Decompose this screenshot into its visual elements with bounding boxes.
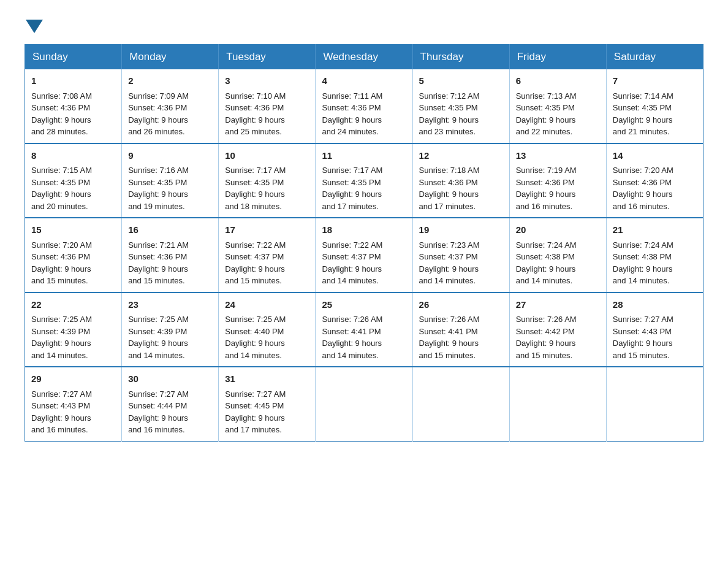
calendar-table: SundayMondayTuesdayWednesdayThursdayFrid… xyxy=(25,44,703,442)
day-number: 23 xyxy=(128,298,212,312)
logo xyxy=(25,18,44,32)
calendar-cell: 18Sunrise: 7:22 AMSunset: 4:37 PMDayligh… xyxy=(316,218,412,293)
day-number: 6 xyxy=(516,74,600,88)
day-info: Sunrise: 7:15 AMSunset: 4:35 PMDaylight:… xyxy=(31,164,115,212)
calendar-cell: 30Sunrise: 7:27 AMSunset: 4:44 PMDayligh… xyxy=(122,367,219,441)
calendar-cell: 25Sunrise: 7:26 AMSunset: 4:41 PMDayligh… xyxy=(316,293,412,367)
day-number: 20 xyxy=(516,223,600,237)
weekday-header-wednesday: Wednesday xyxy=(316,45,412,70)
day-info: Sunrise: 7:26 AMSunset: 4:41 PMDaylight:… xyxy=(322,313,406,361)
day-number: 10 xyxy=(225,149,309,163)
calendar-cell: 6Sunrise: 7:13 AMSunset: 4:35 PMDaylight… xyxy=(509,69,606,144)
day-info: Sunrise: 7:13 AMSunset: 4:35 PMDaylight:… xyxy=(516,90,600,138)
day-number: 15 xyxy=(31,223,115,237)
day-info: Sunrise: 7:19 AMSunset: 4:36 PMDaylight:… xyxy=(516,164,600,212)
day-number: 31 xyxy=(225,372,309,386)
day-number: 17 xyxy=(225,223,309,237)
day-number: 26 xyxy=(419,298,503,312)
weekday-header-saturday: Saturday xyxy=(606,45,703,70)
day-info: Sunrise: 7:26 AMSunset: 4:42 PMDaylight:… xyxy=(516,313,600,361)
day-info: Sunrise: 7:17 AMSunset: 4:35 PMDaylight:… xyxy=(225,164,309,212)
day-info: Sunrise: 7:27 AMSunset: 4:45 PMDaylight:… xyxy=(225,388,309,436)
day-number: 7 xyxy=(613,74,697,88)
calendar-cell: 7Sunrise: 7:14 AMSunset: 4:35 PMDaylight… xyxy=(606,69,703,144)
calendar-cell: 13Sunrise: 7:19 AMSunset: 4:36 PMDayligh… xyxy=(509,144,606,218)
calendar-cell xyxy=(606,367,703,441)
calendar-week-2: 8Sunrise: 7:15 AMSunset: 4:35 PMDaylight… xyxy=(25,144,703,218)
day-info: Sunrise: 7:22 AMSunset: 4:37 PMDaylight:… xyxy=(225,239,309,287)
day-info: Sunrise: 7:27 AMSunset: 4:43 PMDaylight:… xyxy=(31,388,115,436)
day-info: Sunrise: 7:11 AMSunset: 4:36 PMDaylight:… xyxy=(322,90,406,138)
day-info: Sunrise: 7:20 AMSunset: 4:36 PMDaylight:… xyxy=(613,164,697,212)
day-number: 28 xyxy=(613,298,697,312)
day-number: 8 xyxy=(31,149,115,163)
calendar-cell: 29Sunrise: 7:27 AMSunset: 4:43 PMDayligh… xyxy=(25,367,122,441)
day-number: 19 xyxy=(419,223,503,237)
calendar-week-3: 15Sunrise: 7:20 AMSunset: 4:36 PMDayligh… xyxy=(25,218,703,293)
day-number: 3 xyxy=(225,74,309,88)
calendar-cell: 28Sunrise: 7:27 AMSunset: 4:43 PMDayligh… xyxy=(606,293,703,367)
calendar-cell: 14Sunrise: 7:20 AMSunset: 4:36 PMDayligh… xyxy=(606,144,703,218)
day-info: Sunrise: 7:17 AMSunset: 4:35 PMDaylight:… xyxy=(322,164,406,212)
calendar-cell: 31Sunrise: 7:27 AMSunset: 4:45 PMDayligh… xyxy=(219,367,316,441)
logo-triangle-icon xyxy=(26,20,43,33)
day-number: 9 xyxy=(128,149,212,163)
calendar-cell: 10Sunrise: 7:17 AMSunset: 4:35 PMDayligh… xyxy=(219,144,316,218)
calendar-cell: 16Sunrise: 7:21 AMSunset: 4:36 PMDayligh… xyxy=(122,218,219,293)
day-info: Sunrise: 7:25 AMSunset: 4:39 PMDaylight:… xyxy=(128,313,212,361)
day-info: Sunrise: 7:27 AMSunset: 4:44 PMDaylight:… xyxy=(128,388,212,436)
day-info: Sunrise: 7:09 AMSunset: 4:36 PMDaylight:… xyxy=(128,90,212,138)
weekday-header-thursday: Thursday xyxy=(412,45,509,70)
day-number: 12 xyxy=(419,149,503,163)
calendar-cell: 8Sunrise: 7:15 AMSunset: 4:35 PMDaylight… xyxy=(25,144,122,218)
day-info: Sunrise: 7:10 AMSunset: 4:36 PMDaylight:… xyxy=(225,90,309,138)
weekday-header-tuesday: Tuesday xyxy=(219,45,316,70)
day-number: 2 xyxy=(128,74,212,88)
weekday-header-friday: Friday xyxy=(509,45,606,70)
day-number: 18 xyxy=(322,223,406,237)
calendar-cell: 11Sunrise: 7:17 AMSunset: 4:35 PMDayligh… xyxy=(316,144,412,218)
day-number: 11 xyxy=(322,149,406,163)
day-number: 21 xyxy=(613,223,697,237)
calendar-cell: 2Sunrise: 7:09 AMSunset: 4:36 PMDaylight… xyxy=(122,69,219,144)
day-info: Sunrise: 7:23 AMSunset: 4:37 PMDaylight:… xyxy=(419,239,503,287)
day-number: 29 xyxy=(31,372,115,386)
day-number: 24 xyxy=(225,298,309,312)
day-info: Sunrise: 7:25 AMSunset: 4:39 PMDaylight:… xyxy=(31,313,115,361)
page-header xyxy=(25,18,703,32)
day-number: 16 xyxy=(128,223,212,237)
calendar-cell xyxy=(316,367,412,441)
calendar-week-5: 29Sunrise: 7:27 AMSunset: 4:43 PMDayligh… xyxy=(25,367,703,441)
calendar-week-4: 22Sunrise: 7:25 AMSunset: 4:39 PMDayligh… xyxy=(25,293,703,367)
calendar-week-1: 1Sunrise: 7:08 AMSunset: 4:36 PMDaylight… xyxy=(25,69,703,144)
day-info: Sunrise: 7:25 AMSunset: 4:40 PMDaylight:… xyxy=(225,313,309,361)
day-info: Sunrise: 7:26 AMSunset: 4:41 PMDaylight:… xyxy=(419,313,503,361)
day-number: 30 xyxy=(128,372,212,386)
calendar-cell: 17Sunrise: 7:22 AMSunset: 4:37 PMDayligh… xyxy=(219,218,316,293)
day-number: 13 xyxy=(516,149,600,163)
calendar-cell: 27Sunrise: 7:26 AMSunset: 4:42 PMDayligh… xyxy=(509,293,606,367)
calendar-cell: 26Sunrise: 7:26 AMSunset: 4:41 PMDayligh… xyxy=(412,293,509,367)
day-info: Sunrise: 7:20 AMSunset: 4:36 PMDaylight:… xyxy=(31,239,115,287)
calendar-cell: 3Sunrise: 7:10 AMSunset: 4:36 PMDaylight… xyxy=(219,69,316,144)
calendar-cell: 15Sunrise: 7:20 AMSunset: 4:36 PMDayligh… xyxy=(25,218,122,293)
day-info: Sunrise: 7:18 AMSunset: 4:36 PMDaylight:… xyxy=(419,164,503,212)
day-info: Sunrise: 7:08 AMSunset: 4:36 PMDaylight:… xyxy=(31,90,115,138)
calendar-cell: 20Sunrise: 7:24 AMSunset: 4:38 PMDayligh… xyxy=(509,218,606,293)
day-info: Sunrise: 7:27 AMSunset: 4:43 PMDaylight:… xyxy=(613,313,697,361)
calendar-cell: 4Sunrise: 7:11 AMSunset: 4:36 PMDaylight… xyxy=(316,69,412,144)
day-info: Sunrise: 7:12 AMSunset: 4:35 PMDaylight:… xyxy=(419,90,503,138)
calendar-cell: 19Sunrise: 7:23 AMSunset: 4:37 PMDayligh… xyxy=(412,218,509,293)
weekday-header-row: SundayMondayTuesdayWednesdayThursdayFrid… xyxy=(25,45,703,70)
day-info: Sunrise: 7:24 AMSunset: 4:38 PMDaylight:… xyxy=(613,239,697,287)
day-number: 4 xyxy=(322,74,406,88)
day-info: Sunrise: 7:14 AMSunset: 4:35 PMDaylight:… xyxy=(613,90,697,138)
calendar-cell: 9Sunrise: 7:16 AMSunset: 4:35 PMDaylight… xyxy=(122,144,219,218)
calendar-cell xyxy=(509,367,606,441)
day-info: Sunrise: 7:24 AMSunset: 4:38 PMDaylight:… xyxy=(516,239,600,287)
calendar-cell: 1Sunrise: 7:08 AMSunset: 4:36 PMDaylight… xyxy=(25,69,122,144)
day-number: 22 xyxy=(31,298,115,312)
day-number: 25 xyxy=(322,298,406,312)
day-info: Sunrise: 7:22 AMSunset: 4:37 PMDaylight:… xyxy=(322,239,406,287)
day-number: 5 xyxy=(419,74,503,88)
